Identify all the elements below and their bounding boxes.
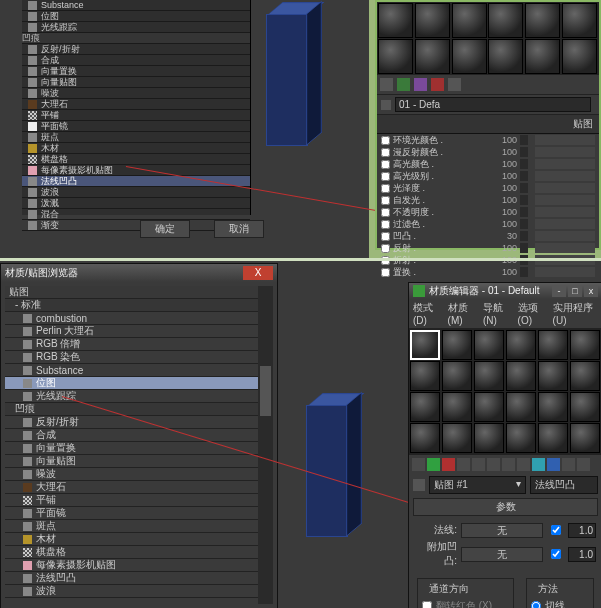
- amount-spinner[interactable]: [520, 195, 528, 205]
- material-name-input[interactable]: [395, 97, 591, 112]
- material-slot[interactable]: [506, 361, 536, 391]
- material-slot[interactable]: [538, 423, 568, 453]
- minimize-button[interactable]: -: [552, 285, 566, 297]
- material-slot[interactable]: [570, 392, 600, 422]
- show-in-viewport-icon[interactable]: [532, 458, 545, 471]
- make-copy-icon[interactable]: [472, 458, 485, 471]
- map-slot-button[interactable]: [535, 267, 595, 277]
- map-slot-button[interactable]: [535, 183, 595, 193]
- cancel-button[interactable]: 取消: [214, 220, 264, 238]
- med-menubar[interactable]: 模式(D)材质(M)导航(N)选项(O)实用程序(U): [409, 299, 601, 329]
- pick-icon[interactable]: [380, 78, 393, 91]
- material-slot[interactable]: [452, 3, 487, 38]
- amount-spinner[interactable]: [520, 267, 528, 277]
- map-slot-button[interactable]: [535, 159, 595, 169]
- params-rollup[interactable]: 参数: [413, 498, 598, 516]
- material-slot[interactable]: [415, 3, 450, 38]
- map-enable-checkbox[interactable]: [381, 172, 390, 181]
- browser-titlebar[interactable]: 材质/贴图浏览器 X: [1, 264, 277, 282]
- amount-spinner[interactable]: [520, 207, 528, 217]
- delete-material-icon[interactable]: [442, 458, 455, 471]
- amount-spinner[interactable]: [520, 147, 528, 157]
- amount-spinner[interactable]: [520, 135, 528, 145]
- map-enable-checkbox[interactable]: [381, 148, 390, 157]
- material-slot[interactable]: [410, 330, 440, 360]
- close-button[interactable]: X: [243, 266, 273, 280]
- menu-item[interactable]: 导航(N): [483, 301, 512, 326]
- material-slot[interactable]: [525, 39, 560, 74]
- map-enable-checkbox[interactable]: [381, 232, 390, 241]
- med-close-button[interactable]: x: [584, 285, 598, 297]
- map-enable-checkbox[interactable]: [381, 160, 390, 169]
- browser-scrollbar[interactable]: [258, 286, 273, 604]
- material-slot[interactable]: [415, 39, 450, 74]
- material-id-icon[interactable]: [517, 458, 530, 471]
- go-to-parent-icon[interactable]: [562, 458, 575, 471]
- map-slot-button[interactable]: [535, 135, 595, 145]
- normal-enable-checkbox[interactable]: [551, 525, 561, 535]
- material-slot[interactable]: [570, 423, 600, 453]
- material-slot[interactable]: [442, 361, 472, 391]
- ok-button[interactable]: 确定: [140, 220, 190, 238]
- map-slot-button[interactable]: [535, 147, 595, 157]
- material-slot[interactable]: [506, 392, 536, 422]
- menu-item[interactable]: 模式(D): [413, 301, 442, 326]
- bump-map-button[interactable]: 无: [461, 547, 543, 562]
- material-slot[interactable]: [506, 330, 536, 360]
- channel-checkbox[interactable]: 翻转红色 (X): [422, 599, 509, 608]
- material-slot[interactable]: [410, 361, 440, 391]
- material-slot[interactable]: [488, 39, 523, 74]
- map-slot-button[interactable]: [535, 219, 595, 229]
- amount-spinner[interactable]: [520, 243, 528, 253]
- map-slot-button[interactable]: [535, 195, 595, 205]
- maximize-button[interactable]: □: [568, 285, 582, 297]
- med-titlebar[interactable]: 材质编辑器 - 01 - Default - □ x: [409, 283, 601, 299]
- material-slot[interactable]: [378, 39, 413, 74]
- reset-icon[interactable]: [457, 458, 470, 471]
- bump-enable-checkbox[interactable]: [551, 549, 561, 559]
- apply-icon[interactable]: [397, 78, 410, 91]
- normal-map-button[interactable]: 无: [461, 523, 543, 538]
- show-end-result-icon[interactable]: [547, 458, 560, 471]
- map-name-dropdown[interactable]: 贴图 #1▾: [429, 476, 526, 494]
- material-slot[interactable]: [442, 423, 472, 453]
- material-slot[interactable]: [488, 3, 523, 38]
- put-to-scene-icon[interactable]: [427, 458, 440, 471]
- material-spheres-top[interactable]: [377, 2, 599, 75]
- material-slot[interactable]: [442, 392, 472, 422]
- amount-spinner[interactable]: [520, 219, 528, 229]
- delete-icon[interactable]: [431, 78, 444, 91]
- material-slot[interactable]: [570, 330, 600, 360]
- menu-item[interactable]: 材质(M): [448, 301, 477, 326]
- dropper-icon[interactable]: [413, 479, 425, 491]
- map-slot-button[interactable]: [535, 171, 595, 181]
- material-slot[interactable]: [474, 361, 504, 391]
- material-slot[interactable]: [442, 330, 472, 360]
- dropper-icon[interactable]: [381, 100, 391, 110]
- material-slot[interactable]: [538, 392, 568, 422]
- material-slot[interactable]: [538, 361, 568, 391]
- map-enable-checkbox[interactable]: [381, 196, 390, 205]
- amount-spinner[interactable]: [520, 231, 528, 241]
- material-slot[interactable]: [452, 39, 487, 74]
- material-slot[interactable]: [506, 423, 536, 453]
- map-slot-button[interactable]: [535, 231, 595, 241]
- browser-item[interactable]: 波浪: [5, 585, 273, 598]
- maps-rollup-header[interactable]: 贴图: [377, 115, 599, 134]
- material-slot[interactable]: [562, 39, 597, 74]
- material-slot[interactable]: [410, 392, 440, 422]
- amount-spinner[interactable]: [520, 183, 528, 193]
- material-slot[interactable]: [474, 330, 504, 360]
- map-type-button[interactable]: 法线凹凸: [530, 476, 598, 494]
- go-forward-icon[interactable]: [577, 458, 590, 471]
- material-slot[interactable]: [538, 330, 568, 360]
- amount-spinner[interactable]: [520, 159, 528, 169]
- med-toolbar[interactable]: [409, 454, 601, 474]
- material-slot[interactable]: [474, 392, 504, 422]
- material-spheres-bottom[interactable]: [409, 329, 601, 454]
- map-slot-button[interactable]: [535, 243, 595, 253]
- options-icon[interactable]: [448, 78, 461, 91]
- toolbar-top[interactable]: [377, 75, 599, 94]
- map-enable-checkbox[interactable]: [381, 244, 390, 253]
- menu-item[interactable]: 实用程序(U): [553, 301, 598, 326]
